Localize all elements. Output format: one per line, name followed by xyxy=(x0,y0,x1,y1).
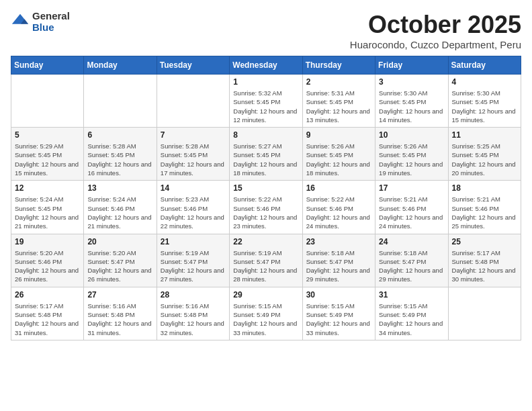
day-number: 21 xyxy=(161,237,226,246)
day-detail: Sunrise: 5:28 AMSunset: 5:45 PMDaylight:… xyxy=(161,142,226,177)
day-detail: Sunrise: 5:25 AMSunset: 5:45 PMDaylight:… xyxy=(452,142,517,177)
day-cell: 25Sunrise: 5:17 AMSunset: 5:48 PMDayligh… xyxy=(448,234,521,287)
day-cell xyxy=(448,287,521,340)
day-detail: Sunrise: 5:26 AMSunset: 5:45 PMDaylight:… xyxy=(379,142,444,177)
day-number: 2 xyxy=(306,77,371,87)
header: General Blue October 2025 Huarocondo, Cu… xyxy=(11,11,521,50)
day-detail: Sunrise: 5:30 AMSunset: 5:45 PMDaylight:… xyxy=(379,89,444,124)
day-detail: Sunrise: 5:32 AMSunset: 5:45 PMDaylight:… xyxy=(233,89,298,124)
day-detail: Sunrise: 5:20 AMSunset: 5:47 PMDaylight:… xyxy=(87,248,152,284)
calendar-table: SundayMondayTuesdayWednesdayThursdayFrid… xyxy=(11,56,521,340)
header-saturday: Saturday xyxy=(448,56,521,75)
day-cell: 1Sunrise: 5:32 AMSunset: 5:45 PMDaylight… xyxy=(230,75,302,128)
month-title: October 2025 xyxy=(350,11,521,39)
day-cell: 5Sunrise: 5:29 AMSunset: 5:45 PMDaylight… xyxy=(11,128,84,181)
day-number: 22 xyxy=(233,237,298,246)
day-detail: Sunrise: 5:24 AMSunset: 5:46 PMDaylight:… xyxy=(87,195,152,230)
day-cell: 24Sunrise: 5:18 AMSunset: 5:47 PMDayligh… xyxy=(375,234,448,287)
day-cell: 16Sunrise: 5:22 AMSunset: 5:46 PMDayligh… xyxy=(302,181,375,234)
day-detail: Sunrise: 5:31 AMSunset: 5:45 PMDaylight:… xyxy=(306,89,371,124)
day-number: 17 xyxy=(379,183,444,193)
week-row-3: 19Sunrise: 5:20 AMSunset: 5:46 PMDayligh… xyxy=(11,234,521,287)
day-number: 28 xyxy=(161,290,226,300)
day-cell xyxy=(11,75,84,128)
day-number: 23 xyxy=(306,237,371,246)
day-cell: 8Sunrise: 5:27 AMSunset: 5:45 PMDaylight… xyxy=(230,128,302,181)
day-detail: Sunrise: 5:22 AMSunset: 5:46 PMDaylight:… xyxy=(306,195,371,230)
day-cell: 31Sunrise: 5:15 AMSunset: 5:49 PMDayligh… xyxy=(375,287,448,340)
day-detail: Sunrise: 5:22 AMSunset: 5:46 PMDaylight:… xyxy=(233,195,298,230)
header-monday: Monday xyxy=(84,56,157,75)
day-detail: Sunrise: 5:17 AMSunset: 5:48 PMDaylight:… xyxy=(15,302,80,337)
week-row-0: 1Sunrise: 5:32 AMSunset: 5:45 PMDaylight… xyxy=(11,75,521,128)
day-cell: 15Sunrise: 5:22 AMSunset: 5:46 PMDayligh… xyxy=(230,181,302,234)
title-area: October 2025 Huarocondo, Cuzco Departmen… xyxy=(350,11,521,50)
day-cell: 19Sunrise: 5:20 AMSunset: 5:46 PMDayligh… xyxy=(11,234,84,287)
day-number: 7 xyxy=(161,130,226,140)
logo-blue-label: Blue xyxy=(32,22,70,34)
day-number: 8 xyxy=(233,130,298,140)
day-cell: 21Sunrise: 5:19 AMSunset: 5:47 PMDayligh… xyxy=(157,234,229,287)
day-number: 10 xyxy=(379,130,444,140)
location-title: Huarocondo, Cuzco Department, Peru xyxy=(350,39,521,50)
day-cell: 4Sunrise: 5:30 AMSunset: 5:45 PMDaylight… xyxy=(448,75,521,128)
day-cell xyxy=(84,75,157,128)
day-number: 25 xyxy=(452,237,517,246)
day-detail: Sunrise: 5:17 AMSunset: 5:48 PMDaylight:… xyxy=(452,248,517,284)
day-cell: 18Sunrise: 5:21 AMSunset: 5:46 PMDayligh… xyxy=(448,181,521,234)
day-cell: 27Sunrise: 5:16 AMSunset: 5:48 PMDayligh… xyxy=(84,287,157,340)
header-tuesday: Tuesday xyxy=(157,56,229,75)
day-number: 11 xyxy=(452,130,517,140)
day-cell: 2Sunrise: 5:31 AMSunset: 5:45 PMDaylight… xyxy=(302,75,375,128)
header-friday: Friday xyxy=(375,56,448,75)
day-cell: 9Sunrise: 5:26 AMSunset: 5:45 PMDaylight… xyxy=(302,128,375,181)
day-number: 1 xyxy=(233,77,298,87)
day-detail: Sunrise: 5:16 AMSunset: 5:48 PMDaylight:… xyxy=(87,302,152,337)
day-number: 19 xyxy=(15,237,80,246)
logo-icon xyxy=(11,13,30,32)
day-cell: 7Sunrise: 5:28 AMSunset: 5:45 PMDaylight… xyxy=(157,128,229,181)
week-row-4: 26Sunrise: 5:17 AMSunset: 5:48 PMDayligh… xyxy=(11,287,521,340)
day-detail: Sunrise: 5:15 AMSunset: 5:49 PMDaylight:… xyxy=(233,302,298,337)
day-cell: 11Sunrise: 5:25 AMSunset: 5:45 PMDayligh… xyxy=(448,128,521,181)
day-detail: Sunrise: 5:18 AMSunset: 5:47 PMDaylight:… xyxy=(379,248,444,284)
day-cell: 14Sunrise: 5:23 AMSunset: 5:46 PMDayligh… xyxy=(157,181,229,234)
day-detail: Sunrise: 5:19 AMSunset: 5:47 PMDaylight:… xyxy=(233,248,298,284)
day-number: 16 xyxy=(306,183,371,193)
logo: General Blue xyxy=(11,11,70,33)
day-cell: 20Sunrise: 5:20 AMSunset: 5:47 PMDayligh… xyxy=(84,234,157,287)
day-cell: 12Sunrise: 5:24 AMSunset: 5:45 PMDayligh… xyxy=(11,181,84,234)
day-number: 15 xyxy=(233,183,298,193)
day-cell: 22Sunrise: 5:19 AMSunset: 5:47 PMDayligh… xyxy=(230,234,302,287)
day-cell xyxy=(157,75,229,128)
header-sunday: Sunday xyxy=(11,56,84,75)
day-cell: 28Sunrise: 5:16 AMSunset: 5:48 PMDayligh… xyxy=(157,287,229,340)
header-wednesday: Wednesday xyxy=(230,56,302,75)
day-cell: 23Sunrise: 5:18 AMSunset: 5:47 PMDayligh… xyxy=(302,234,375,287)
header-thursday: Thursday xyxy=(302,56,375,75)
day-cell: 26Sunrise: 5:17 AMSunset: 5:48 PMDayligh… xyxy=(11,287,84,340)
day-number: 6 xyxy=(87,130,152,140)
day-detail: Sunrise: 5:26 AMSunset: 5:45 PMDaylight:… xyxy=(306,142,371,177)
day-number: 14 xyxy=(161,183,226,193)
header-row: SundayMondayTuesdayWednesdayThursdayFrid… xyxy=(11,56,521,75)
day-detail: Sunrise: 5:15 AMSunset: 5:49 PMDaylight:… xyxy=(306,302,371,337)
day-detail: Sunrise: 5:19 AMSunset: 5:47 PMDaylight:… xyxy=(161,248,226,284)
day-number: 18 xyxy=(452,183,517,193)
day-number: 3 xyxy=(379,77,444,87)
day-detail: Sunrise: 5:30 AMSunset: 5:45 PMDaylight:… xyxy=(452,89,517,124)
day-cell: 17Sunrise: 5:21 AMSunset: 5:46 PMDayligh… xyxy=(375,181,448,234)
day-detail: Sunrise: 5:29 AMSunset: 5:45 PMDaylight:… xyxy=(15,142,80,177)
day-cell: 13Sunrise: 5:24 AMSunset: 5:46 PMDayligh… xyxy=(84,181,157,234)
week-row-2: 12Sunrise: 5:24 AMSunset: 5:45 PMDayligh… xyxy=(11,181,521,234)
day-number: 24 xyxy=(379,237,444,246)
day-number: 30 xyxy=(306,290,371,300)
day-number: 13 xyxy=(87,183,152,193)
day-detail: Sunrise: 5:28 AMSunset: 5:45 PMDaylight:… xyxy=(87,142,152,177)
day-number: 20 xyxy=(87,237,152,246)
day-detail: Sunrise: 5:15 AMSunset: 5:49 PMDaylight:… xyxy=(379,302,444,337)
day-detail: Sunrise: 5:16 AMSunset: 5:48 PMDaylight:… xyxy=(161,302,226,337)
day-number: 29 xyxy=(233,290,298,300)
day-detail: Sunrise: 5:24 AMSunset: 5:45 PMDaylight:… xyxy=(15,195,80,230)
day-number: 12 xyxy=(15,183,80,193)
